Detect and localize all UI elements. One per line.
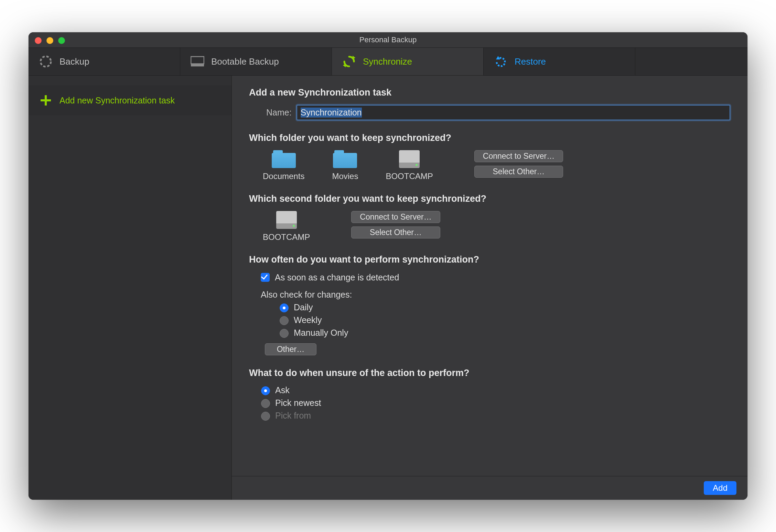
heading-unsure: What to do when unsure of the action to … (249, 368, 730, 378)
svg-rect-7 (41, 99, 51, 101)
radio-ask-row[interactable]: Ask (259, 385, 730, 395)
radio-manually-label: Manually Only (294, 328, 348, 338)
footer: Add (232, 476, 747, 500)
connect-server-button-2[interactable]: Connect to Server… (351, 211, 440, 223)
radio-manually[interactable] (280, 329, 289, 338)
source-bootcamp-1-label: BOOTCAMP (386, 171, 433, 181)
tab-bootable-label: Bootable Backup (211, 56, 279, 67)
titlebar: Personal Backup (29, 32, 747, 48)
radio-daily-row[interactable]: Daily (268, 302, 730, 312)
checkbox-onchange[interactable] (261, 273, 270, 282)
add-button[interactable]: Add (704, 481, 736, 495)
sidebar-add-task[interactable]: Add new Synchronization task (29, 85, 231, 115)
tab-synchronize[interactable]: Synchronize (332, 48, 484, 75)
source-bootcamp-1[interactable]: BOOTCAMP (386, 150, 433, 181)
tab-bootable[interactable]: Bootable Backup (180, 48, 332, 75)
source-bootcamp-2-label: BOOTCAMP (263, 232, 310, 242)
sidebar-add-task-label: Add new Synchronization task (60, 96, 175, 106)
radio-weekly[interactable] (280, 316, 289, 325)
content: Add a new Synchronization task Name: Whi… (232, 76, 747, 476)
source-documents[interactable]: Documents (263, 150, 304, 181)
checkbox-onchange-row[interactable]: As soon as a change is detected (249, 272, 730, 283)
folder-icon (272, 150, 296, 168)
tab-backup-label: Backup (60, 56, 89, 67)
select-other-button-2[interactable]: Select Other… (351, 226, 440, 239)
sync-icon (342, 55, 356, 68)
radio-pick-newest-label: Pick newest (275, 398, 321, 408)
backup-icon (39, 55, 53, 68)
body: Add new Synchronization task Add a new S… (29, 76, 747, 500)
tab-backup[interactable]: Backup (29, 48, 180, 75)
drive-icon (276, 211, 297, 229)
select-other-button-1[interactable]: Select Other… (474, 166, 563, 178)
tab-restore[interactable]: Restore (484, 48, 635, 75)
svg-point-0 (41, 56, 51, 67)
traffic-lights (35, 37, 65, 44)
heading-add-task: Add a new Synchronization task (249, 87, 730, 98)
tab-restore-label: Restore (515, 56, 546, 67)
radio-pick-newest[interactable] (261, 399, 270, 408)
tabs: Backup Bootable Backup Synchronize Resto… (29, 48, 747, 76)
radio-manually-row[interactable]: Manually Only (268, 328, 730, 338)
zoom-window-button[interactable] (58, 37, 65, 44)
task-name-input[interactable] (297, 105, 730, 120)
source-movies[interactable]: Movies (332, 150, 358, 181)
radio-pick-newest-row[interactable]: Pick newest (259, 398, 730, 408)
heading-folder1: Which folder you want to keep synchroniz… (249, 133, 730, 143)
restore-icon (494, 55, 508, 68)
folder-icon (333, 150, 357, 168)
other-frequency-button[interactable]: Other… (265, 343, 316, 355)
radio-daily-label: Daily (294, 302, 313, 312)
window-title: Personal Backup (359, 35, 417, 44)
source-bootcamp-2[interactable]: BOOTCAMP (263, 211, 310, 242)
radio-ask-label: Ask (275, 385, 290, 395)
source-movies-label: Movies (332, 171, 358, 181)
heading-howoften: How often do you want to perform synchro… (249, 254, 730, 265)
heading-folder2: Which second folder you want to keep syn… (249, 193, 730, 204)
window: Personal Backup Backup Bootable Backup S… (29, 32, 747, 500)
checkbox-onchange-label: As soon as a change is detected (275, 273, 399, 282)
radio-pick-from-label: Pick from (275, 411, 311, 421)
radio-pick-from[interactable] (261, 412, 270, 421)
radio-weekly-row[interactable]: Weekly (268, 315, 730, 325)
content-wrap: Add a new Synchronization task Name: Whi… (232, 76, 747, 500)
name-label: Name: (266, 108, 292, 118)
svg-rect-2 (191, 64, 204, 67)
sidebar: Add new Synchronization task (29, 76, 232, 500)
radio-pick-from-row[interactable]: Pick from (259, 411, 730, 421)
tab-synchronize-label: Synchronize (363, 56, 412, 67)
connect-server-button-1[interactable]: Connect to Server… (474, 150, 563, 162)
subhead-also-check: Also check for changes: (249, 290, 730, 300)
source-documents-label: Documents (263, 171, 304, 181)
close-window-button[interactable] (35, 37, 42, 44)
radio-ask[interactable] (261, 386, 270, 395)
radio-weekly-label: Weekly (294, 315, 322, 325)
svg-rect-1 (191, 57, 204, 64)
radio-daily[interactable] (280, 303, 289, 312)
drive-icon (399, 150, 420, 168)
minimize-window-button[interactable] (46, 37, 53, 44)
plus-icon (39, 93, 53, 107)
drive-icon (191, 55, 204, 68)
